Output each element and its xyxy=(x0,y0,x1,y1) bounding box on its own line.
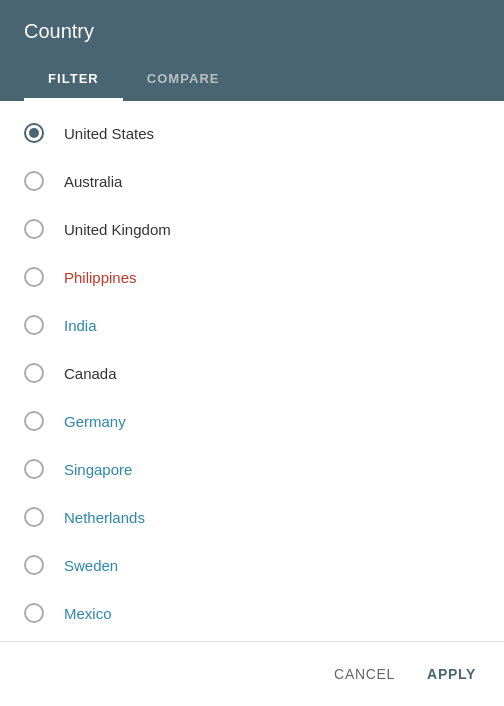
radio-circle xyxy=(24,171,44,191)
cancel-button[interactable]: CANCEL xyxy=(330,658,399,690)
country-label: United States xyxy=(64,125,154,142)
radio-circle xyxy=(24,219,44,239)
list-item[interactable]: Germany xyxy=(0,397,504,445)
radio-circle xyxy=(24,363,44,383)
tab-filter[interactable]: FILTER xyxy=(24,59,123,101)
panel-header: Country FILTER COMPARE xyxy=(0,0,504,101)
list-item[interactable]: United Kingdom xyxy=(0,205,504,253)
apply-button[interactable]: APPLY xyxy=(423,658,480,690)
list-item[interactable]: Sweden xyxy=(0,541,504,589)
list-item[interactable]: United States xyxy=(0,109,504,157)
list-item[interactable]: Netherlands xyxy=(0,493,504,541)
country-label: India xyxy=(64,317,97,334)
country-label: Mexico xyxy=(64,605,112,622)
country-label: Canada xyxy=(64,365,117,382)
list-item[interactable]: India xyxy=(0,301,504,349)
list-item[interactable]: Singapore xyxy=(0,445,504,493)
radio-circle xyxy=(24,459,44,479)
list-item[interactable]: Canada xyxy=(0,349,504,397)
radio-circle xyxy=(24,123,44,143)
radio-circle xyxy=(24,555,44,575)
radio-circle xyxy=(24,507,44,527)
country-label: Singapore xyxy=(64,461,132,478)
list-item[interactable]: Australia xyxy=(0,157,504,205)
tabs-container: FILTER COMPARE xyxy=(24,59,480,101)
radio-circle xyxy=(24,411,44,431)
footer-actions: CANCEL APPLY xyxy=(0,641,504,706)
country-label: Netherlands xyxy=(64,509,145,526)
country-label: Australia xyxy=(64,173,122,190)
radio-circle xyxy=(24,315,44,335)
panel-title: Country xyxy=(24,20,480,43)
country-label: Sweden xyxy=(64,557,118,574)
country-label: United Kingdom xyxy=(64,221,171,238)
list-item[interactable]: Philippines xyxy=(0,253,504,301)
tab-compare[interactable]: COMPARE xyxy=(123,59,244,101)
country-label: Philippines xyxy=(64,269,137,286)
country-label: Germany xyxy=(64,413,126,430)
country-list: United StatesAustraliaUnited KingdomPhil… xyxy=(0,101,504,641)
country-panel: Country FILTER COMPARE United StatesAust… xyxy=(0,0,504,706)
radio-circle xyxy=(24,267,44,287)
radio-circle xyxy=(24,603,44,623)
list-item[interactable]: Mexico xyxy=(0,589,504,637)
